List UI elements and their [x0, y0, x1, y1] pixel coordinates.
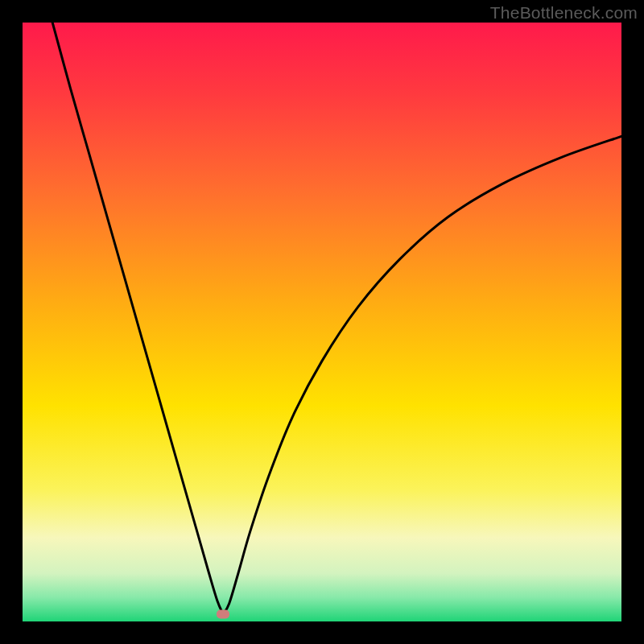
minimum-marker	[217, 610, 229, 619]
plot-svg	[23, 23, 621, 621]
plot-area	[23, 23, 621, 621]
watermark-text: TheBottleneck.com	[490, 3, 638, 23]
gradient-background	[23, 23, 621, 621]
chart-frame: TheBottleneck.com	[0, 0, 644, 644]
